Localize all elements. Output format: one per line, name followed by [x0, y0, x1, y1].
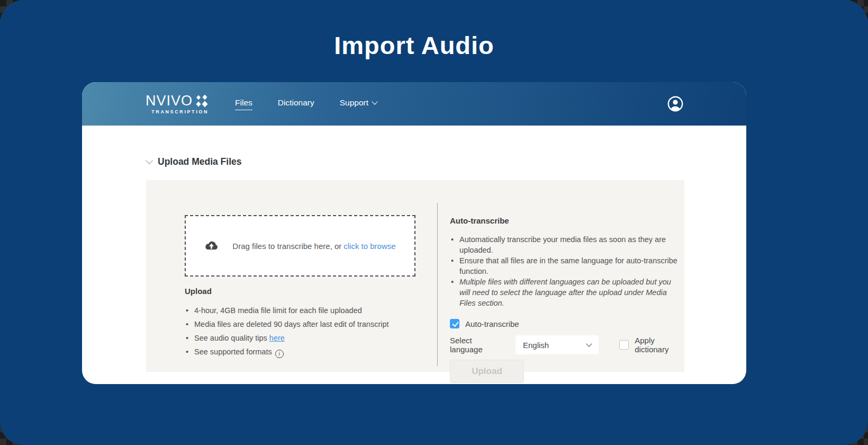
- upload-bullet-list: 4-hour, 4GB media file limit for each fi…: [185, 304, 418, 359]
- section-header: Upload Media Files: [147, 156, 242, 167]
- nav-item-files-label: Files: [235, 98, 252, 108]
- apply-dictionary-checkbox[interactable]: [619, 340, 629, 350]
- nav-item-support[interactable]: Support: [340, 98, 377, 110]
- upload-button[interactable]: Upload: [450, 360, 524, 383]
- auto-transcribe-block: Auto-transcribe Automatically transcribe…: [450, 216, 682, 383]
- bullet-text: See supported formats: [194, 348, 272, 356]
- nav-item-dictionary[interactable]: Dictionary: [278, 98, 314, 110]
- apply-dictionary-group: Apply dictionary: [619, 336, 682, 354]
- cloud-upload-icon: [204, 241, 219, 252]
- select-language-label: Select language: [450, 336, 500, 354]
- list-item: Automatically transcribe your media file…: [450, 234, 682, 255]
- column-divider: [437, 203, 438, 366]
- nav-item-dictionary-label: Dictionary: [278, 98, 314, 108]
- list-item: 4-hour, 4GB media file limit for each fi…: [185, 304, 418, 317]
- chevron-down-icon: [372, 99, 377, 104]
- audio-quality-tips-link[interactable]: here: [269, 334, 285, 342]
- list-item: Ensure that all files are in the same la…: [450, 255, 682, 277]
- file-dropzone[interactable]: Drag files to transcribe here, orclick t…: [185, 215, 415, 277]
- nav-links: Files Dictionary Support: [235, 98, 377, 110]
- upload-info-block: Upload 4-hour, 4GB media file limit for …: [185, 287, 418, 359]
- app-background: Import Audio NVIVO TRANSCRIPTION F: [0, 0, 868, 445]
- page-title: Import Audio: [82, 31, 746, 60]
- chevron-down-icon: [586, 341, 592, 346]
- auto-transcribe-bullet-list: Automatically transcribe your media file…: [450, 234, 682, 308]
- bullet-text: Multiple files with different languages …: [459, 278, 671, 307]
- list-item: Multiple files with different languages …: [450, 277, 682, 308]
- top-navbar: NVIVO TRANSCRIPTION Files Dictionary: [82, 82, 746, 126]
- auto-transcribe-checkbox[interactable]: [450, 319, 459, 328]
- dropzone-text: Drag files to transcribe here, orclick t…: [232, 242, 395, 251]
- auto-transcribe-heading: Auto-transcribe: [450, 216, 682, 225]
- user-avatar-icon[interactable]: [667, 95, 684, 112]
- click-to-browse-link[interactable]: click to browse: [343, 242, 395, 251]
- brand-name: NVIVO: [146, 94, 193, 108]
- bullet-text: Ensure that all files are in the same la…: [459, 256, 677, 275]
- bullet-text: 4-hour, 4GB media file limit for each fi…: [194, 306, 362, 315]
- list-item: See supported formatsi: [185, 345, 418, 359]
- nav-item-support-label: Support: [340, 98, 368, 108]
- list-item: See audio quality tipshere: [185, 331, 418, 345]
- app-card: NVIVO TRANSCRIPTION Files Dictionary: [82, 82, 746, 384]
- chevron-down-icon[interactable]: [146, 156, 153, 164]
- dropzone-text-label: Drag files to transcribe here, or: [232, 242, 341, 251]
- bullet-text: See audio quality tips: [194, 334, 267, 342]
- language-row: Select language English Apply dictionary: [450, 335, 682, 354]
- language-select-value: English: [523, 341, 549, 350]
- brand-subtitle: TRANSCRIPTION: [151, 109, 209, 114]
- apply-dictionary-label: Apply dictionary: [635, 336, 682, 354]
- info-icon[interactable]: i: [275, 350, 284, 358]
- auto-transcribe-checkbox-row: Auto-transcribe: [450, 319, 682, 328]
- section-title: Upload Media Files: [158, 156, 242, 167]
- brand-logo: NVIVO TRANSCRIPTION: [146, 94, 209, 114]
- list-item: Media files are deleted 90 days after la…: [185, 317, 418, 331]
- upload-panel: Drag files to transcribe here, orclick t…: [146, 180, 684, 372]
- bullet-text: Automatically transcribe your media file…: [459, 235, 666, 254]
- sparkle-diamonds-icon: [195, 94, 209, 108]
- bullet-text: Media files are deleted 90 days after la…: [194, 320, 389, 328]
- language-select[interactable]: English: [516, 335, 599, 354]
- auto-transcribe-checkbox-label: Auto-transcribe: [465, 319, 519, 328]
- nav-item-files[interactable]: Files: [235, 98, 252, 110]
- upload-heading: Upload: [185, 287, 418, 296]
